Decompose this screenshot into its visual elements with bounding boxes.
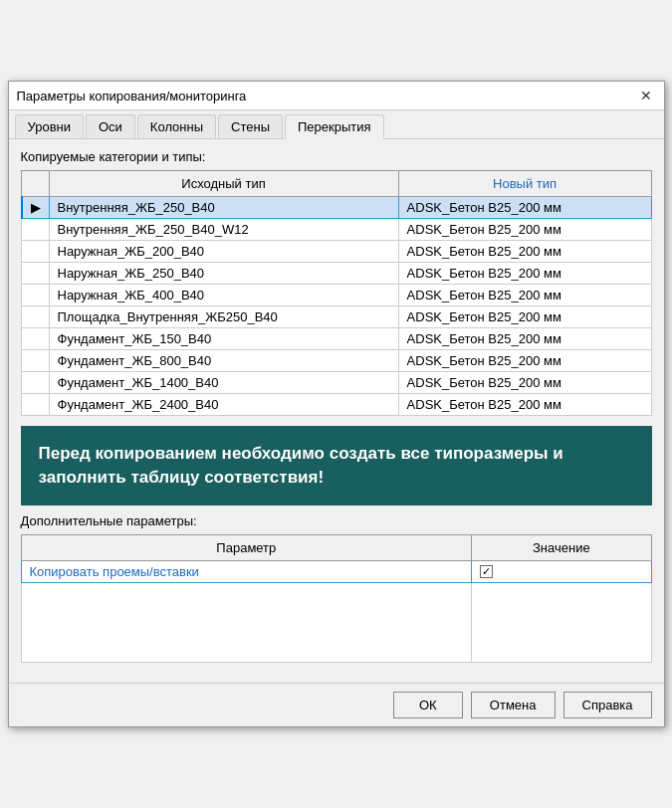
tab-axes[interactable]: Оси bbox=[86, 114, 135, 138]
source-type-cell: Фундамент_ЖБ_2400_В40 bbox=[49, 394, 398, 416]
source-type-cell: Фундамент_ЖБ_150_В40 bbox=[49, 328, 398, 350]
source-type-cell: Внутренняя_ЖБ_250_В40_W12 bbox=[49, 219, 398, 241]
table-row[interactable]: Фундамент_ЖБ_1400_В40ADSK_Бетон B25_200 … bbox=[22, 372, 652, 394]
table-row[interactable]: Наружная_ЖБ_200_В40ADSK_Бетон B25_200 мм bbox=[22, 241, 652, 263]
dialog-footer: ОК Отмена Справка bbox=[9, 683, 664, 726]
tabs-bar: Уровни Оси Колонны Стены Перекрытия bbox=[9, 110, 664, 139]
main-table: Исходный тип Новый тип ▶Внутренняя_ЖБ_25… bbox=[21, 170, 652, 416]
header-source-type: Исходный тип bbox=[49, 171, 398, 197]
row-indicator: ▶ bbox=[22, 197, 50, 219]
param-header: Параметр bbox=[21, 534, 472, 560]
row-indicator bbox=[22, 306, 50, 328]
warning-text: Перед копированием необходимо создать вс… bbox=[39, 444, 563, 487]
table-row[interactable]: Фундамент_ЖБ_800_В40ADSK_Бетон B25_200 м… bbox=[22, 350, 652, 372]
value-header: Значение bbox=[472, 534, 651, 560]
new-type-cell: ADSK_Бетон B25_200 мм bbox=[398, 241, 651, 263]
source-type-cell: Наружная_ЖБ_200_В40 bbox=[49, 241, 398, 263]
param-row: Копировать проемы/вставки ✓ bbox=[21, 560, 651, 582]
table-row[interactable]: Фундамент_ЖБ_2400_В40ADSK_Бетон B25_200 … bbox=[22, 394, 652, 416]
content-area: Копируемые категории и типы: Исходный ти… bbox=[9, 139, 664, 673]
copy-openings-checkbox[interactable]: ✓ bbox=[480, 565, 493, 578]
copy-label: Копируемые категории и типы: bbox=[21, 149, 652, 164]
header-new-type: Новый тип bbox=[398, 171, 651, 197]
tab-floors[interactable]: Перекрытия bbox=[285, 114, 384, 139]
row-indicator bbox=[22, 394, 50, 416]
param-name: Копировать проемы/вставки bbox=[21, 560, 472, 582]
additional-label: Дополнительные параметры: bbox=[21, 513, 652, 528]
table-row[interactable]: Наружная_ЖБ_250_В40ADSK_Бетон B25_200 мм bbox=[22, 263, 652, 285]
cancel-button[interactable]: Отмена bbox=[471, 692, 556, 718]
row-indicator bbox=[22, 285, 50, 306]
table-row[interactable]: ▶Внутренняя_ЖБ_250_В40ADSK_Бетон B25_200… bbox=[22, 197, 652, 219]
new-type-cell: ADSK_Бетон B25_200 мм bbox=[398, 263, 651, 285]
title-bar: Параметры копирования/мониторинга ✕ bbox=[9, 82, 664, 110]
table-row[interactable]: Внутренняя_ЖБ_250_В40_W12ADSK_Бетон B25_… bbox=[22, 219, 652, 241]
row-indicator bbox=[22, 241, 50, 263]
header-indicator bbox=[22, 171, 50, 197]
table-row[interactable]: Фундамент_ЖБ_150_В40ADSK_Бетон B25_200 м… bbox=[22, 328, 652, 350]
dialog-window: Параметры копирования/мониторинга ✕ Уров… bbox=[8, 81, 665, 727]
source-type-cell: Наружная_ЖБ_400_В40 bbox=[49, 285, 398, 306]
new-type-cell: ADSK_Бетон B25_200 мм bbox=[398, 219, 651, 241]
source-type-cell: Наружная_ЖБ_250_В40 bbox=[49, 263, 398, 285]
warning-box: Перед копированием необходимо создать вс… bbox=[21, 426, 652, 505]
checkbox-cell: ✓ bbox=[480, 565, 642, 578]
empty-param-rows bbox=[21, 582, 651, 662]
tab-levels[interactable]: Уровни bbox=[15, 114, 84, 138]
close-button[interactable]: ✕ bbox=[636, 88, 656, 103]
table-row[interactable]: Площадка_Внутренняя_ЖБ250_В40ADSK_Бетон … bbox=[22, 306, 652, 328]
param-value: ✓ bbox=[472, 560, 651, 582]
params-header-row: Параметр Значение bbox=[21, 534, 651, 560]
row-indicator bbox=[22, 328, 50, 350]
new-type-cell: ADSK_Бетон B25_200 мм bbox=[398, 350, 651, 372]
new-type-cell: ADSK_Бетон B25_200 мм bbox=[398, 285, 651, 306]
ok-button[interactable]: ОК bbox=[393, 692, 463, 718]
row-indicator bbox=[22, 372, 50, 394]
table-row[interactable]: Наружная_ЖБ_400_В40ADSK_Бетон B25_200 мм bbox=[22, 285, 652, 306]
row-indicator bbox=[22, 219, 50, 241]
source-type-cell: Внутренняя_ЖБ_250_В40 bbox=[49, 197, 398, 219]
tab-columns[interactable]: Колонны bbox=[137, 114, 216, 138]
new-type-cell: ADSK_Бетон B25_200 мм bbox=[398, 197, 651, 219]
new-type-cell: ADSK_Бетон B25_200 мм bbox=[398, 372, 651, 394]
source-type-cell: Фундамент_ЖБ_800_В40 bbox=[49, 350, 398, 372]
dialog-title: Параметры копирования/мониторинга bbox=[17, 89, 247, 103]
new-type-cell: ADSK_Бетон B25_200 мм bbox=[398, 328, 651, 350]
main-table-header-row: Исходный тип Новый тип bbox=[22, 171, 652, 197]
source-type-cell: Фундамент_ЖБ_1400_В40 bbox=[49, 372, 398, 394]
tab-walls[interactable]: Стены bbox=[218, 114, 283, 138]
params-table: Параметр Значение Копировать проемы/вста… bbox=[21, 534, 652, 663]
row-indicator bbox=[22, 350, 50, 372]
help-button[interactable]: Справка bbox=[563, 692, 652, 718]
source-type-cell: Площадка_Внутренняя_ЖБ250_В40 bbox=[49, 306, 398, 328]
new-type-cell: ADSK_Бетон B25_200 мм bbox=[398, 394, 651, 416]
row-indicator bbox=[22, 263, 50, 285]
new-type-cell: ADSK_Бетон B25_200 мм bbox=[398, 306, 651, 328]
